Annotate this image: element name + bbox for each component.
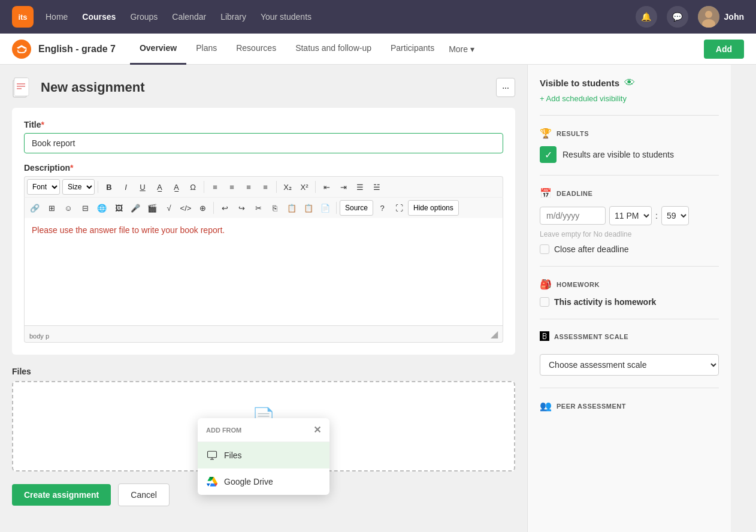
undo-button[interactable]: ↩	[217, 200, 232, 216]
visibility-header: Visible to students 👁	[540, 77, 719, 89]
embed-button[interactable]: ⊟	[77, 200, 93, 216]
font-color-button[interactable]: A̲	[152, 179, 167, 195]
omega-button[interactable]: Ω	[185, 179, 201, 195]
code-button[interactable]: </>	[178, 200, 193, 216]
image-button[interactable]: 🖼	[111, 200, 126, 216]
monitor-icon	[206, 449, 218, 461]
results-check: ✓	[540, 146, 557, 163]
globe-button[interactable]: 🌐	[94, 200, 110, 216]
highlight-button[interactable]: A̲	[168, 179, 184, 195]
assignment-more-button[interactable]: ···	[496, 78, 515, 97]
results-text: Results are visible to students	[563, 150, 674, 159]
ordered-list-button[interactable]: ☰	[352, 179, 368, 195]
assignment-title-area: New assignment	[12, 77, 145, 98]
assignment-icon	[12, 77, 34, 98]
nav-courses[interactable]: Courses	[82, 12, 116, 22]
paste-text-button[interactable]: 📋	[301, 200, 316, 216]
justify-button[interactable]: ≡	[258, 179, 273, 195]
eye-icon[interactable]: 👁	[624, 77, 635, 89]
nav-library[interactable]: Library	[220, 12, 246, 22]
link-button[interactable]: 🔗	[27, 200, 43, 216]
create-assignment-button[interactable]: Create assignment	[12, 484, 111, 506]
files-section: Files 📄 Add files ADD FROM ✕ Files	[12, 367, 515, 471]
files-dropzone[interactable]: 📄 Add files ADD FROM ✕ Files	[12, 381, 515, 471]
align-left-button[interactable]: ≡	[207, 179, 223, 195]
math-button[interactable]: √	[161, 200, 177, 216]
sub-nav-plans[interactable]: Plans	[186, 34, 226, 65]
table-button[interactable]: ⊞	[44, 200, 59, 216]
deadline-date-input[interactable]	[540, 207, 606, 225]
mic-button[interactable]: 🎤	[128, 200, 143, 216]
add-from-files[interactable]: Files	[198, 442, 329, 468]
paste-button[interactable]: 📋	[284, 200, 300, 216]
subscript-button[interactable]: X₂	[280, 179, 295, 195]
cancel-button[interactable]: Cancel	[118, 483, 170, 506]
size-select[interactable]: Size	[62, 179, 95, 195]
results-section: 🏆 RESULTS ✓ Results are visible to stude…	[540, 128, 719, 176]
deadline-hint: Leave empty for No deadline	[540, 230, 719, 238]
align-right-button[interactable]: ≡	[241, 179, 256, 195]
close-deadline-checkbox[interactable]	[540, 244, 549, 254]
left-panel: New assignment ··· Title* Description* F…	[0, 65, 527, 532]
editor-content[interactable]: Please use the answer file to write your…	[24, 218, 503, 326]
indent-left-button[interactable]: ⇤	[319, 179, 334, 195]
deadline-section: 📅 DEADLINE 11 PM : 59 Leave empty for No…	[540, 188, 719, 267]
deadline-time-select[interactable]: 11 PM	[609, 206, 652, 225]
assignment-title: New assignment	[41, 80, 145, 95]
nav-your-students[interactable]: Your students	[261, 12, 312, 22]
cut-button[interactable]: ✂	[250, 200, 266, 216]
deadline-minute-select[interactable]: 59	[661, 206, 689, 225]
plugin-button[interactable]: ⊕	[195, 200, 210, 216]
copy-button[interactable]: ⎘	[267, 200, 283, 216]
sub-nav-status[interactable]: Status and follow-up	[286, 34, 381, 65]
ellipsis-icon: ···	[502, 83, 509, 92]
redo-button[interactable]: ↪	[234, 200, 249, 216]
nav-home[interactable]: Home	[46, 12, 68, 22]
resize-handle[interactable]: ◢	[491, 328, 498, 340]
align-center-button[interactable]: ≡	[224, 179, 240, 195]
notification-button[interactable]: 🔔	[636, 6, 657, 28]
italic-button[interactable]: I	[118, 179, 134, 195]
font-select[interactable]: Font	[27, 179, 60, 195]
nav-groups[interactable]: Groups	[130, 12, 158, 22]
user-menu[interactable]: John	[698, 6, 744, 28]
results-row: ✓ Results are visible to students	[540, 146, 719, 163]
video-button[interactable]: 🎬	[144, 200, 160, 216]
emoji-button[interactable]: ☺	[61, 200, 76, 216]
sub-nav-participants[interactable]: Participants	[381, 34, 444, 65]
results-header: 🏆 RESULTS	[540, 128, 719, 139]
homework-checkbox[interactable]	[540, 297, 549, 307]
visibility-section: Visible to students 👁 + Add scheduled vi…	[540, 77, 719, 116]
superscript-button[interactable]: X²	[297, 179, 312, 195]
help-button[interactable]: ?	[374, 200, 390, 216]
paste-word-button[interactable]: 📄	[317, 200, 333, 216]
source-button[interactable]: Source	[340, 200, 373, 216]
description-label: Description*	[24, 163, 503, 173]
calendar-icon: 📅	[540, 188, 552, 199]
google-drive-option-label: Google Drive	[224, 477, 273, 486]
more-button[interactable]: More ▾	[444, 34, 479, 65]
trophy-icon: 🏆	[540, 128, 552, 139]
assessment-title: ASSESSMENT SCALE	[554, 333, 628, 340]
title-input[interactable]	[24, 133, 503, 153]
close-popup-button[interactable]: ✕	[313, 424, 321, 436]
add-from-popup: ADD FROM ✕ Files	[198, 418, 329, 495]
nav-calendar[interactable]: Calendar	[172, 12, 206, 22]
sub-nav-overview[interactable]: Overview	[130, 34, 186, 65]
deadline-colon: :	[655, 211, 658, 220]
homework-title: HOMEWORK	[557, 281, 600, 288]
fullscreen-button[interactable]: ⛶	[391, 200, 407, 216]
assessment-scale-select[interactable]: Choose assessment scale	[540, 354, 719, 376]
bold-button[interactable]: B	[101, 179, 117, 195]
indent-right-button[interactable]: ⇥	[335, 179, 351, 195]
unordered-list-button[interactable]: ☱	[369, 179, 385, 195]
underline-button[interactable]: U	[135, 179, 150, 195]
course-title: English - grade 7	[38, 44, 116, 55]
sub-nav-resources[interactable]: Resources	[226, 34, 286, 65]
message-button[interactable]: 💬	[667, 6, 688, 28]
add-button[interactable]: Add	[704, 40, 744, 59]
add-scheduled-visibility[interactable]: + Add scheduled visibility	[540, 94, 719, 103]
hide-options-button[interactable]: Hide options	[408, 200, 459, 216]
add-from-google-drive[interactable]: Google Drive	[198, 468, 329, 495]
app-logo[interactable]: its	[12, 6, 34, 28]
